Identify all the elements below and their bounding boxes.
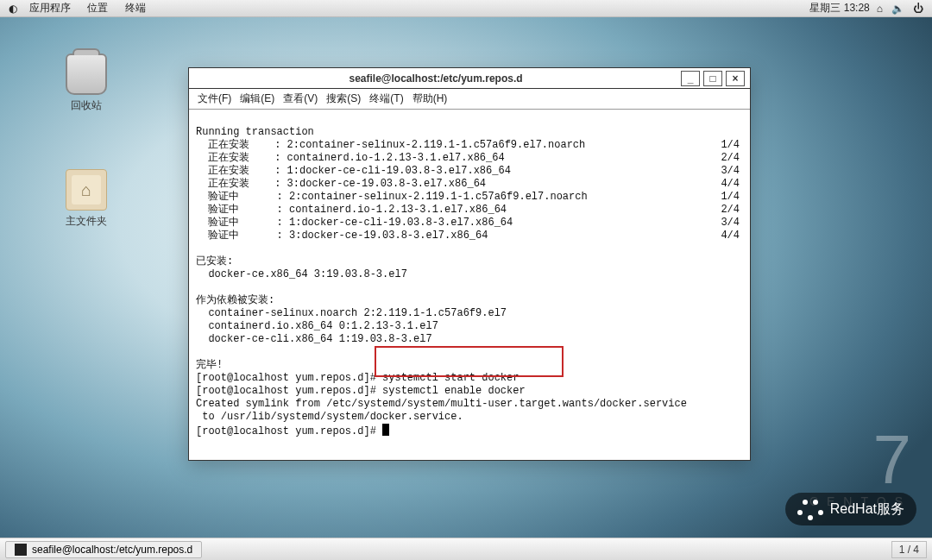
window-title: seafile@localhost:/etc/yum.repos.d <box>194 72 677 85</box>
term-progress: 1/4 <box>721 139 740 152</box>
wechat-icon <box>797 498 823 520</box>
badge-text: RedHat服务 <box>830 500 904 519</box>
term-line: container-selinux.noarch 2:2.119.1-1.c57… <box>196 307 507 319</box>
menu-terminal[interactable]: 终端 <box>118 2 153 14</box>
taskbar: seafile@localhost:/etc/yum.repos.d 1 / 4 <box>0 538 932 560</box>
term-line: 验证中 : 2:container-selinux-2.119.1-1.c57a… <box>196 191 588 203</box>
home-label: 主文件夹 <box>52 214 121 229</box>
network-icon[interactable]: ⌂ <box>877 3 883 15</box>
taskbar-button-label: seafile@localhost:/etc/yum.repos.d <box>32 544 192 556</box>
taskbar-button-terminal[interactable]: seafile@localhost:/etc/yum.repos.d <box>5 541 202 558</box>
term-line: 已安装: <box>196 255 233 267</box>
term-line: [root@localhost yum.repos.d]# systemctl … <box>196 385 526 397</box>
power-icon[interactable]: ⏻ <box>913 3 923 15</box>
term-progress: 4/4 <box>721 230 740 242</box>
sound-icon[interactable]: 🔈 <box>891 3 904 15</box>
term-line: Created symlink from /etc/systemd/system… <box>196 398 687 410</box>
menu-places[interactable]: 位置 <box>80 2 115 14</box>
terminal-body[interactable]: Running transaction 正在安装 : 2:container-s… <box>189 110 750 460</box>
term-progress: 2/4 <box>721 204 740 217</box>
menu-file[interactable]: 文件(F) <box>198 91 231 106</box>
top-panel: ◐ 应用程序 位置 终端 星期三 13:28 ⌂ 🔈 ⏻ <box>0 0 932 17</box>
trash-label: 回收站 <box>52 98 121 113</box>
term-progress: 1/4 <box>721 191 740 204</box>
term-line: to /usr/lib/systemd/system/docker.servic… <box>196 411 463 423</box>
maximize-button[interactable]: □ <box>703 71 722 86</box>
term-line: 验证中 : containerd.io-1.2.13-3.1.el7.x86_6… <box>196 204 507 216</box>
term-line: docker-ce.x86_64 3:19.03.8-3.el7 <box>196 268 407 280</box>
trash-icon <box>66 53 107 95</box>
term-line: 正在安装 : 1:docker-ce-cli-19.03.8-3.el7.x86… <box>196 165 511 177</box>
term-line: 正在安装 : 3:docker-ce-19.03.8-3.el7.x86_64 <box>196 178 486 190</box>
menu-search[interactable]: 搜索(S) <box>326 91 361 106</box>
term-prompt: [root@localhost yum.repos.d]# <box>196 425 382 437</box>
minimize-button[interactable]: _ <box>681 71 700 86</box>
menu-help[interactable]: 帮助(H) <box>412 91 448 106</box>
workspace-pager[interactable]: 1 / 4 <box>891 541 927 558</box>
terminal-window: seafile@localhost:/etc/yum.repos.d _ □ ×… <box>188 67 751 461</box>
term-line: [root@localhost yum.repos.d]# systemctl … <box>196 372 519 384</box>
term-line: 验证中 : 3:docker-ce-19.03.8-3.el7.x86_64 <box>196 230 488 242</box>
term-line: 作为依赖被安装: <box>196 294 274 306</box>
activities-icon[interactable]: ◐ <box>9 3 17 15</box>
term-progress: 4/4 <box>721 178 740 191</box>
term-progress: 3/4 <box>721 165 740 178</box>
watermark-badge: RedHat服务 <box>785 493 916 525</box>
cursor <box>382 424 389 436</box>
desktop-icon-home[interactable]: 主文件夹 <box>52 169 121 229</box>
menu-applications[interactable]: 应用程序 <box>22 2 78 14</box>
menubar: 文件(F) 编辑(E) 查看(V) 搜索(S) 终端(T) 帮助(H) <box>189 89 750 110</box>
term-line: 验证中 : 1:docker-ce-cli-19.03.8-3.el7.x86_… <box>196 217 513 229</box>
menu-view[interactable]: 查看(V) <box>283 91 318 106</box>
folder-home-icon <box>66 169 107 211</box>
term-line: containerd.io.x86_64 0:1.2.13-3.1.el7 <box>196 320 438 332</box>
menu-edit[interactable]: 编辑(E) <box>240 91 274 106</box>
term-line: Running transaction <box>196 126 314 138</box>
menu-terminal[interactable]: 终端(T) <box>369 91 403 106</box>
system-tray: ⌂ 🔈 ⏻ <box>877 3 929 15</box>
term-line: 完毕! <box>196 359 223 371</box>
close-button[interactable]: × <box>726 71 745 86</box>
terminal-icon <box>15 544 27 556</box>
desktop-icon-trash[interactable]: 回收站 <box>52 53 121 113</box>
term-line: 正在安装 : 2:container-selinux-2.119.1-1.c57… <box>196 139 585 151</box>
titlebar[interactable]: seafile@localhost:/etc/yum.repos.d _ □ × <box>189 68 750 89</box>
term-progress: 2/4 <box>721 152 740 165</box>
term-progress: 3/4 <box>721 217 740 230</box>
clock[interactable]: 星期三 13:28 <box>809 1 876 16</box>
term-line: docker-ce-cli.x86_64 1:19.03.8-3.el7 <box>196 333 432 345</box>
term-line: 正在安装 : containerd.io-1.2.13-3.1.el7.x86_… <box>196 152 505 164</box>
